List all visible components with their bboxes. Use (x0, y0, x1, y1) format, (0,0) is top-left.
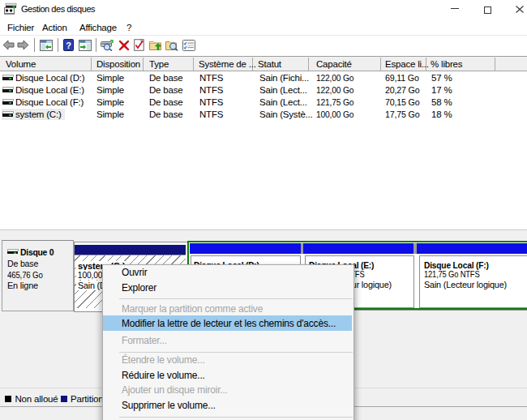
svg-text:?: ? (66, 41, 71, 50)
